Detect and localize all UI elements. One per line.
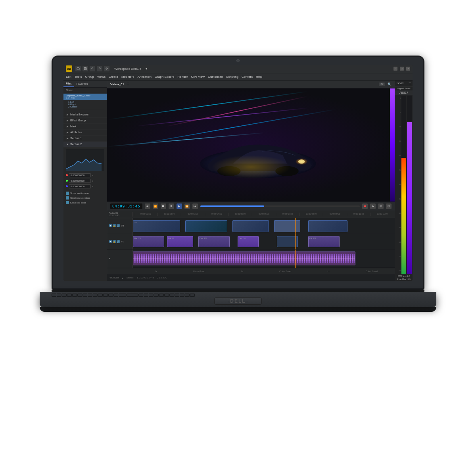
clip-v1-1[interactable]: Clip_TTC [133,236,164,247]
track-v2-content[interactable]: Clip [133,218,395,234]
play-button[interactable]: ▶ [177,203,182,209]
clip-v1-5[interactable] [277,236,298,247]
rewind-button[interactable]: ⏪ [153,203,158,209]
key[interactable] [154,294,159,297]
key[interactable] [164,294,169,297]
y-value-input[interactable] [69,179,91,183]
key[interactable] [138,294,143,297]
record-button[interactable]: ⏺ [362,203,368,209]
fit-label[interactable]: Fit [379,83,385,86]
key[interactable] [190,294,195,297]
lock-icon[interactable]: 🔒 [113,224,116,227]
z-value-input[interactable] [69,184,91,188]
fast-forward-button[interactable]: ⏩ [184,203,190,209]
key-tab[interactable] [127,294,138,297]
clip-v2-2[interactable] [185,220,227,232]
menu-tools[interactable]: Tools [75,75,82,79]
tree-item-section1[interactable]: ▶ Section 1 [63,136,107,142]
open-icon[interactable] [75,66,81,71]
menu-customize[interactable]: Customize [208,75,223,79]
eye-icon[interactable]: 👁 [109,240,112,243]
tree-item-attributes[interactable]: ▶ Attributes [63,130,107,136]
clip-v1-4[interactable]: Pub_TTC [238,236,259,247]
checkbox-keep-cap-color[interactable]: Keep cap color [63,200,107,205]
menu-render[interactable]: Render [177,75,188,79]
menu-create[interactable]: Create [109,75,118,79]
level-menu-icon[interactable]: ☰ [409,82,411,85]
key[interactable] [77,294,82,297]
close-button[interactable]: × [406,67,410,71]
file-item[interactable]: Elephant_audio_1.mov 2.34 MB [63,94,107,100]
go-to-end-button[interactable]: ⏭ [192,203,198,209]
search-icon[interactable]: 🔍 [388,83,392,86]
clip-v1-6[interactable]: Pub_TTC [308,236,340,247]
key[interactable] [52,294,56,297]
key[interactable] [149,294,154,297]
clip-v2-5[interactable] [308,220,347,232]
link-icon[interactable]: 🔗 [117,240,120,243]
key[interactable] [175,294,179,297]
extra-btn-3[interactable]: ⊟ [386,203,392,209]
save-icon[interactable] [83,66,88,71]
key[interactable] [103,294,108,297]
menu-views[interactable]: Views [97,75,106,79]
key[interactable] [113,294,118,297]
undo-icon[interactable] [90,66,95,71]
key[interactable] [185,294,190,297]
menu-scripting[interactable]: Scripting [226,75,238,79]
stop-button[interactable]: ⏹ [161,203,166,209]
menu-civil-view[interactable]: Civil View [191,75,205,79]
key[interactable] [108,294,113,297]
key[interactable] [83,294,87,297]
clip-v2-4[interactable] [274,220,300,232]
key[interactable] [88,294,92,297]
tab-files[interactable]: Files [63,81,74,87]
checkbox-show-section-cap[interactable]: Show section-cap [63,191,107,196]
playback-progress[interactable] [200,205,360,207]
key[interactable] [98,294,103,297]
menu-group[interactable]: Group [85,75,94,79]
key[interactable] [67,294,72,297]
clip-v2-3[interactable] [232,220,269,232]
minimize-button[interactable]: − [393,67,397,71]
menu-graph-editors[interactable]: Graph Editors [155,75,174,79]
menu-edit[interactable]: Edit [66,75,71,79]
tree-item-effect-group[interactable]: ▶ Effect Group [63,118,107,124]
tree-item-section2[interactable]: ▼ Section 2 [63,142,107,148]
tree-item-media-browser[interactable]: ▶ Media Browser [63,112,107,118]
clip-v1-3[interactable]: Plain_TTC [198,236,230,247]
link-icon[interactable]: 🔗 [117,224,120,227]
menu-icon[interactable]: ☰ [127,83,129,86]
eye-icon[interactable]: 👁 [109,224,112,227]
workspace-dropdown[interactable]: ▾ [146,67,147,71]
menu-content[interactable]: Content [242,75,253,79]
track-v1-content[interactable]: Clip_TTC Pub_DC Plain_TTC [133,234,395,250]
key[interactable] [93,294,98,297]
redo-icon[interactable] [97,66,102,71]
menu-help[interactable]: Help [256,75,262,79]
key[interactable] [180,294,184,297]
key-backspace[interactable] [119,294,127,297]
key[interactable] [62,294,67,297]
extra-btn-2[interactable]: ⊞ [378,203,384,209]
key[interactable] [159,294,164,297]
settings-icon[interactable] [104,66,109,71]
track-audio-content[interactable] [133,250,395,268]
key[interactable] [72,294,77,297]
key[interactable] [57,294,61,297]
tab-favorites[interactable]: Favorites [74,81,90,87]
clip-v2-1[interactable]: Clip [133,220,180,232]
audio-clip-1[interactable] [133,251,355,265]
extra-btn-1[interactable]: A [370,203,376,209]
clip-v1-2[interactable]: Pub_DC [167,236,193,247]
tree-item-mark[interactable]: ▶ Mark [63,124,107,130]
menu-modifiers[interactable]: Modifiers [121,75,134,79]
menu-animation[interactable]: Animation [137,75,152,79]
key[interactable] [144,294,148,297]
maximize-button[interactable]: □ [400,67,404,71]
checkbox-graphics-selection[interactable]: Graphics selection [63,196,107,200]
lock-icon[interactable]: 🔒 [113,240,116,243]
go-to-start-button[interactable]: ⏮ [145,203,150,209]
x-value-input[interactable] [69,173,91,177]
pause-button[interactable]: ⏸ [169,203,174,209]
